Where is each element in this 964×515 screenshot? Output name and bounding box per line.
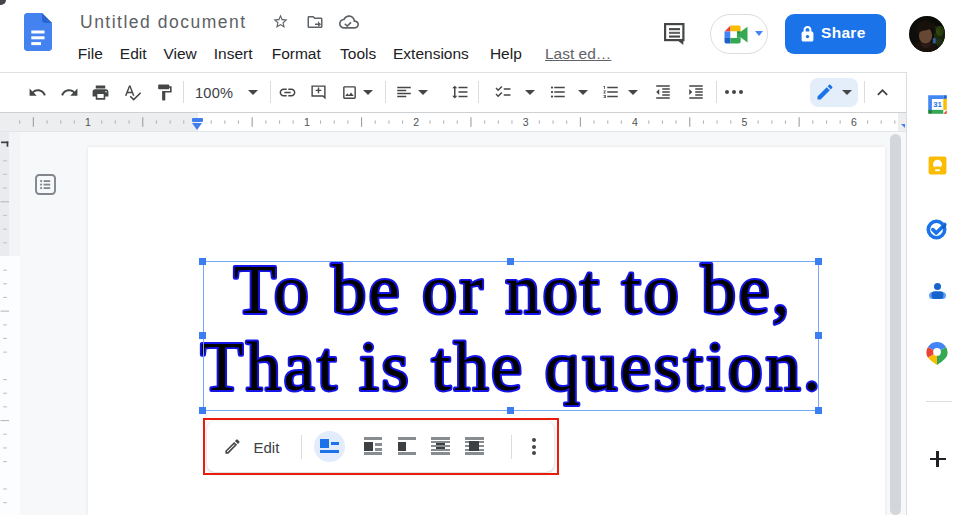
svg-text:31: 31 [933,100,942,109]
